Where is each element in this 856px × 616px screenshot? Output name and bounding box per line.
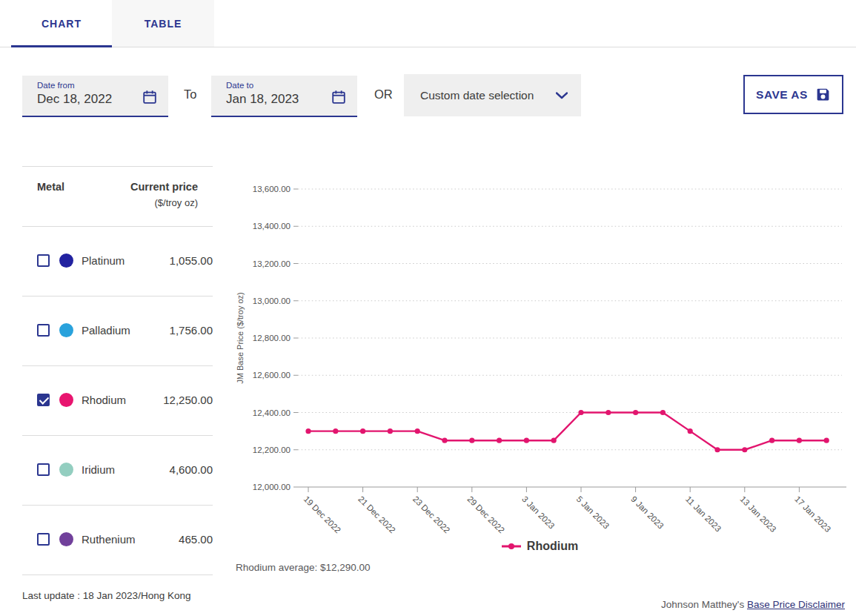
base-price-disclaimer-link[interactable]: Base Price Disclaimer <box>747 599 845 610</box>
date-to-field[interactable]: Date to Jan 18, 2023 <box>211 76 357 117</box>
save-as-button[interactable]: SAVE AS <box>743 75 843 114</box>
metal-name: Rhodium <box>82 394 126 406</box>
palladium-checkbox[interactable] <box>37 324 50 337</box>
svg-text:13,200.00: 13,200.00 <box>253 259 291 268</box>
platinum-color-dot <box>59 254 73 268</box>
date-to-label: Date to <box>226 81 347 90</box>
metal-price: 465.00 <box>179 533 213 546</box>
legend-label: Rhodium <box>527 540 578 553</box>
svg-text:13,400.00: 13,400.00 <box>253 222 291 231</box>
active-tab-underline <box>11 45 112 47</box>
metal-price: 12,250.00 <box>163 394 213 406</box>
calendar-icon[interactable] <box>331 89 347 105</box>
metal-row-rhodium: Rhodium 12,250.00 <box>22 392 213 422</box>
svg-text:19 Dec 2022: 19 Dec 2022 <box>302 494 343 534</box>
metal-price: 1,055.00 <box>170 254 213 267</box>
svg-text:29 Dec 2022: 29 Dec 2022 <box>465 494 506 534</box>
iridium-checkbox[interactable] <box>37 463 50 476</box>
row-divider <box>22 505 213 506</box>
svg-text:13,000.00: 13,000.00 <box>253 297 291 305</box>
date-from-field[interactable]: Date from Dec 18, 2022 <box>22 76 168 117</box>
tab-table[interactable]: TABLE <box>112 0 214 47</box>
rhodium-color-dot <box>59 393 73 407</box>
metal-prices-app: CHART TABLE Date from Dec 18, 2022 To Da… <box>0 0 856 616</box>
disclaimer-text: Johnson Matthey's Base Price Disclaimer <box>661 599 845 610</box>
svg-text:5 Jan 2023: 5 Jan 2023 <box>575 494 611 531</box>
chart-legend[interactable]: Rhodium <box>231 540 849 553</box>
svg-text:12,000.00: 12,000.00 <box>253 483 291 491</box>
tab-chart[interactable]: CHART <box>11 0 112 47</box>
price-chart: 12,000.0012,200.0012,400.0012,600.0012,8… <box>231 178 849 534</box>
metal-row-ruthenium: Ruthenium 465.00 <box>22 531 213 561</box>
metals-header-current-price: Current price <box>22 181 198 193</box>
svg-text:JM Base Price ($/troy oz): JM Base Price ($/troy oz) <box>236 292 245 383</box>
date-from-value: Dec 18, 2022 <box>37 92 158 107</box>
svg-text:17 Jan 2023: 17 Jan 2023 <box>793 494 832 534</box>
svg-text:13,600.00: 13,600.00 <box>253 185 291 193</box>
ruthenium-checkbox[interactable] <box>37 533 50 546</box>
platinum-checkbox[interactable] <box>37 254 50 267</box>
last-update-text: Last update : 18 Jan 2023/Hong Kong <box>22 590 190 601</box>
or-label: OR <box>374 87 393 102</box>
metal-row-platinum: Platinum 1,055.00 <box>22 253 213 282</box>
metal-row-iridium: Iridium 4,600.00 <box>22 462 213 491</box>
calendar-icon[interactable] <box>142 89 158 105</box>
to-label: To <box>184 87 196 102</box>
save-as-label: SAVE AS <box>756 88 808 102</box>
svg-text:12,800.00: 12,800.00 <box>253 334 291 342</box>
svg-text:12,200.00: 12,200.00 <box>253 446 291 454</box>
tabs-divider <box>0 47 856 47</box>
rhodium-checkbox[interactable] <box>37 394 50 406</box>
svg-text:13 Jan 2023: 13 Jan 2023 <box>738 494 777 534</box>
svg-text:23 Dec 2022: 23 Dec 2022 <box>411 494 452 534</box>
row-divider <box>22 365 213 366</box>
svg-text:11 Jan 2023: 11 Jan 2023 <box>684 494 723 534</box>
date-from-label: Date from <box>37 81 158 90</box>
save-icon <box>815 87 831 102</box>
date-to-value: Jan 18, 2023 <box>226 92 347 107</box>
metal-name: Ruthenium <box>82 533 136 546</box>
custom-date-selection-value: Custom date selection <box>420 89 534 102</box>
metal-name: Iridium <box>82 463 115 476</box>
row-divider <box>22 435 213 436</box>
legend-line-marker-icon <box>502 543 521 550</box>
iridium-color-dot <box>59 463 73 477</box>
metal-price: 4,600.00 <box>170 463 213 476</box>
series-average-text: Rhodium average: $12,290.00 <box>236 562 371 573</box>
metal-name: Palladium <box>82 324 130 337</box>
svg-text:12,600.00: 12,600.00 <box>253 371 291 380</box>
metal-price: 1,756.00 <box>170 324 213 337</box>
chevron-down-icon <box>556 92 568 99</box>
svg-text:3 Jan 2023: 3 Jan 2023 <box>520 494 557 531</box>
palladium-color-dot <box>59 323 73 337</box>
row-divider <box>22 296 213 297</box>
svg-text:9 Jan 2023: 9 Jan 2023 <box>629 494 666 531</box>
metal-name: Platinum <box>82 254 125 267</box>
metal-row-palladium: Palladium 1,756.00 <box>22 322 213 352</box>
panel-divider <box>22 226 213 227</box>
metals-header-unit: ($/troy oz) <box>22 197 198 208</box>
ruthenium-color-dot <box>59 532 73 546</box>
svg-text:12,400.00: 12,400.00 <box>253 408 291 417</box>
disclaimer-prefix: Johnson Matthey's <box>661 599 747 610</box>
panel-divider <box>22 166 213 167</box>
svg-text:21 Dec 2022: 21 Dec 2022 <box>356 494 397 534</box>
row-divider <box>22 574 213 575</box>
custom-date-selection-dropdown[interactable]: Custom date selection <box>404 74 581 116</box>
